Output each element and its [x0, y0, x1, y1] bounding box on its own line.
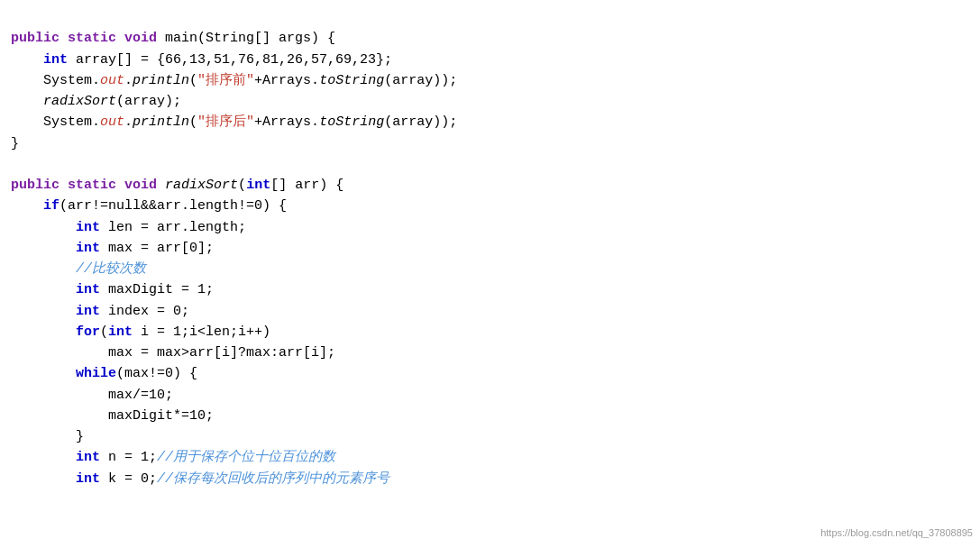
- line-22: int k = 0;//保存每次回收后的序列中的元素序号: [11, 471, 389, 487]
- line-16: max = max>arr[i]?max:arr[i];: [11, 345, 335, 361]
- line-15: for(int i = 1;i<len;i++): [11, 324, 270, 340]
- line-19: maxDigit*=10;: [11, 408, 214, 424]
- line-18: max/=10;: [11, 388, 173, 403]
- line-21: int n = 1;//用于保存个位十位百位的数: [11, 450, 335, 465]
- line-12: //比较次数: [11, 261, 146, 277]
- line-1: public static void main(String[] args) {: [11, 31, 335, 46]
- line-3: System.out.println("排序前"+Arrays.toString…: [11, 73, 457, 88]
- line-20: }: [11, 429, 84, 444]
- line-7: [11, 157, 19, 172]
- line-17: while(max!=0) {: [11, 366, 197, 381]
- code-container: public static void main(String[] args) {…: [11, 7, 969, 489]
- line-11: int max = arr[0];: [11, 241, 214, 256]
- line-13: int maxDigit = 1;: [11, 282, 214, 297]
- line-9: if(arr!=null&&arr.length!=0) {: [11, 198, 287, 214]
- line-5: System.out.println("排序后"+Arrays.toString…: [11, 114, 457, 130]
- line-14: int index = 0;: [11, 304, 189, 319]
- watermark: https://blog.csdn.net/qq_37808895: [820, 525, 973, 541]
- line-8: public static void radixSort(int[] arr) …: [11, 178, 343, 193]
- line-6: }: [11, 136, 19, 151]
- line-4: radixSort(array);: [11, 94, 181, 109]
- line-10: int len = arr.length;: [11, 220, 246, 235]
- line-2: int array[] = {66,13,51,76,81,26,57,69,2…: [11, 52, 392, 68]
